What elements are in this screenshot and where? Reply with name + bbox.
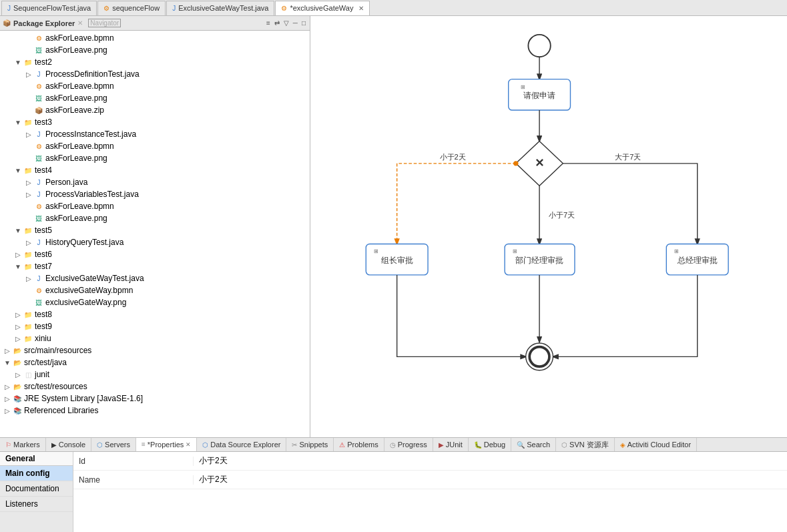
navigator-tab[interactable]: Navigator (88, 19, 121, 27)
close-icon[interactable]: ✕ (358, 5, 364, 12)
expand-icon[interactable]: ▼ (13, 262, 23, 271)
expand-icon (24, 45, 33, 55)
tree-item[interactable]: 🖼exclusiveGateWay.png (0, 296, 310, 308)
expand-icon[interactable]: ▷ (24, 129, 33, 139)
properties-panel: General Main config Documentation Listen… (0, 452, 787, 532)
tree-item[interactable]: ▷📚JRE System Library [JavaSE-1.6] (0, 392, 310, 405)
tab-exclusivegateway-java[interactable]: J ExclusiveGateWayTest.java (166, 1, 274, 15)
tree-item[interactable]: ▷JProcessDefinitionTest.java (0, 68, 310, 80)
tree-item[interactable]: 🖼askForLeave.png (0, 44, 310, 56)
tree-item[interactable]: ⚙askForLeave.bpmn (0, 140, 310, 152)
tree-item[interactable]: 🖼askForLeave.png (0, 152, 310, 164)
expand-icon (24, 286, 33, 295)
expand-icon[interactable]: ▷ (13, 370, 23, 379)
tab-progress[interactable]: ◷ Progress (384, 437, 433, 452)
tree-item[interactable]: 🖼askForLeave.png (0, 92, 310, 104)
folder-icon: 📁 (23, 309, 33, 320)
expand-icon[interactable]: ▷ (24, 178, 33, 187)
expand-icon[interactable]: ▼ (13, 117, 23, 127)
tab-markers[interactable]: ⚐ Markers (0, 437, 46, 452)
props-nav-docs[interactable]: Documentation (0, 481, 73, 497)
tab-datasource[interactable]: ⬡ Data Source Explorer (197, 437, 286, 452)
package-tree[interactable]: ⚙askForLeave.bpmn🖼askForLeave.png▼📁test2… (0, 31, 310, 437)
tree-item[interactable]: ▷📚Referenced Libraries (0, 405, 310, 417)
tree-item[interactable]: ▼📁test3 (0, 116, 310, 128)
bpmn-icon: ⚙ (33, 141, 44, 152)
minimize-icon[interactable]: ─ (292, 19, 299, 27)
task-gm-marker: ⊞ (674, 248, 679, 254)
expand-icon[interactable]: ▼ (3, 358, 12, 367)
expand-icon[interactable]: ▼ (13, 166, 23, 175)
java-icon: J (7, 5, 11, 12)
tree-item[interactable]: ⚙exclusiveGateWay.bpmn (0, 284, 310, 296)
tab-exclusive-bpmn[interactable]: ⚙ *exclusiveGateWay ✕ (275, 1, 370, 15)
tab-problems[interactable]: ⚠ Problems (334, 437, 384, 452)
tree-item[interactable]: ▷📁xiniu (0, 332, 310, 344)
tab-svn[interactable]: ⬡ SVN 资源库 (556, 437, 615, 452)
tree-item[interactable]: ▷📁test8 (0, 308, 310, 320)
close-properties-icon[interactable]: ✕ (186, 441, 191, 448)
task-group-marker: ⊞ (374, 248, 378, 254)
maximize-icon[interactable]: □ (300, 19, 307, 27)
close-tab-icon[interactable]: ✕ (77, 19, 83, 27)
tab-activiti[interactable]: ◈ Activiti Cloud Editor (615, 437, 697, 452)
tree-item[interactable]: ▷📂src/test/resources (0, 380, 310, 392)
tab-snippets[interactable]: ✂ Snippets (286, 437, 334, 452)
tree-item[interactable]: ▼📂src/test/java (0, 356, 310, 368)
package-explorer-icon: 📦 (3, 19, 11, 27)
expand-icon[interactable]: ▷ (13, 334, 23, 343)
tab-debug[interactable]: 🐛 Debug (469, 437, 511, 452)
menu-icon[interactable]: ▽ (282, 19, 290, 27)
collapse-all-icon[interactable]: ≡ (265, 19, 272, 27)
expand-icon[interactable]: ▷ (24, 190, 33, 199)
tab-properties[interactable]: ≡ *Properties ✕ (136, 437, 197, 452)
tree-item[interactable]: 🖼askForLeave.png (0, 212, 310, 224)
tree-item[interactable]: ▷📁test6 (0, 248, 310, 260)
tree-item[interactable]: ⚙askForLeave.bpmn (0, 32, 310, 44)
expand-icon[interactable]: ▷ (24, 274, 33, 283)
flow-gm-end (553, 275, 697, 356)
tab-servers[interactable]: ⬡ Servers (91, 437, 136, 452)
expand-icon[interactable]: ▷ (24, 238, 33, 247)
expand-icon[interactable]: ▷ (3, 394, 12, 403)
tree-item[interactable]: ▷JProcessInstanceTest.java (0, 128, 310, 140)
tab-console[interactable]: ▶ Console (46, 437, 91, 452)
expand-icon[interactable]: ▷ (13, 322, 23, 331)
tree-item[interactable]: ▷◫junit (0, 368, 310, 380)
tree-item[interactable]: ▷JPerson.java (0, 176, 310, 188)
expand-icon[interactable]: ▷ (24, 69, 33, 79)
tab-search[interactable]: 🔍 Search (511, 437, 556, 452)
expand-icon[interactable]: ▷ (13, 250, 23, 259)
props-nav-listeners[interactable]: Listeners (0, 497, 73, 512)
tab-sequenceflow-java[interactable]: J SequenceFlowTest.java (1, 1, 97, 15)
tree-item[interactable]: ▼📁test4 (0, 164, 310, 176)
tree-item[interactable]: ▷JProcessVariablesTest.java (0, 188, 310, 200)
expand-icon[interactable]: ▷ (3, 406, 12, 415)
link-editor-icon[interactable]: ⇄ (273, 19, 281, 27)
tree-item[interactable]: ▷📂src/main/resources (0, 344, 310, 356)
tab-sequenceflow[interactable]: ⚙ sequenceFlow (97, 1, 166, 15)
props-name-value[interactable]: 小于2天 (194, 474, 787, 485)
tree-item[interactable]: ▼📁test7 (0, 260, 310, 272)
props-nav-main[interactable]: Main config (0, 466, 73, 481)
tree-item[interactable]: ▼📁test5 (0, 224, 310, 236)
expand-icon[interactable]: ▼ (13, 226, 23, 235)
expand-icon[interactable]: ▷ (3, 382, 12, 391)
expand-icon[interactable]: ▷ (3, 346, 12, 355)
tree-item[interactable]: ▷📁test9 (0, 320, 310, 332)
tree-item[interactable]: ▷JExclusiveGateWayTest.java (0, 272, 310, 284)
expand-icon[interactable]: ▼ (13, 57, 23, 67)
tree-item[interactable]: ⚙askForLeave.bpmn (0, 80, 310, 92)
expand-icon[interactable]: ▷ (13, 310, 23, 319)
tree-item[interactable]: 📦askForLeave.zip (0, 104, 310, 116)
props-id-value[interactable]: 小于2天 (194, 455, 787, 467)
tab-junit[interactable]: ▶ JUnit (433, 437, 469, 452)
tree-item[interactable]: ▷JHistoryQueryTest.java (0, 236, 310, 248)
expand-icon (24, 154, 33, 163)
task-marker: ⊞ (521, 83, 525, 90)
flow-gw-group (397, 164, 516, 244)
tree-item-label: askForLeave.bpmn (45, 81, 114, 91)
tree-item[interactable]: ▼📁test2 (0, 56, 310, 68)
tree-item-label: Referenced Libraries (24, 406, 98, 415)
tree-item[interactable]: ⚙askForLeave.bpmn (0, 200, 310, 212)
